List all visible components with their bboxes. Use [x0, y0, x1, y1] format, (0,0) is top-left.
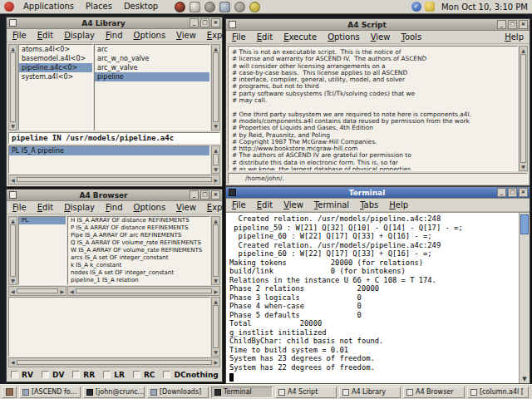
menu-view[interactable]: View — [176, 203, 196, 212]
terminal-output[interactable]: Created relation. /usr/models/pipeline.a… — [226, 213, 519, 383]
menu-options[interactable]: Options — [134, 203, 166, 212]
task-button-ascend[interactable]: [ASCEND fo... — [19, 387, 81, 398]
app-launcher-5-icon[interactable] — [234, 2, 245, 12]
minimize-button[interactable]: _ — [190, 18, 199, 27]
close-button[interactable]: × — [211, 190, 220, 200]
task-button-a4-browser[interactable]: A4 Browser — [403, 387, 465, 398]
close-button[interactable]: × — [519, 20, 528, 29]
menu-display[interactable]: Display — [64, 31, 95, 40]
list-item[interactable]: basemodel.a4l<0> — [19, 54, 92, 63]
list-item[interactable]: arc — [95, 45, 209, 54]
distro-menu-icon[interactable] — [4, 2, 14, 12]
minimize-button[interactable]: _ — [190, 190, 199, 200]
script-statement-line[interactable]: /home/john/. — [228, 173, 528, 184]
minimize-button[interactable]: _ — [497, 20, 506, 29]
task-button-john-crunch[interactable]: [john@crunc... — [83, 387, 145, 398]
menu-tools[interactable]: Tools — [401, 32, 421, 42]
script-titlebar[interactable]: A4 Script _ □ × — [226, 19, 530, 31]
checkbox-lr[interactable] — [103, 371, 111, 378]
app-launcher-1-icon[interactable] — [175, 2, 185, 12]
task-button-downloads[interactable]: [Downloads] — [147, 387, 209, 398]
menu-view[interactable]: View — [283, 200, 303, 209]
menu-file[interactable]: File — [232, 200, 246, 209]
menu-find[interactable]: Find — [106, 203, 123, 212]
list-item[interactable]: P IS_A ARRAY OF distance REFINEMENTS — [68, 224, 209, 232]
task-button-a4-library[interactable]: A4 Library — [339, 387, 401, 398]
list-item-selected[interactable]: PL — [19, 217, 66, 224]
child-list-scrollbar[interactable]: ▲▼ — [211, 216, 220, 285]
attribute-list[interactable] — [8, 297, 210, 357]
child-hscrollbar[interactable]: ◀▶ — [67, 286, 220, 296]
update-notifier-icon[interactable]: ✓ — [411, 2, 421, 12]
tree-hscrollbar[interactable]: ◀▶ — [8, 286, 66, 296]
menu-help[interactable]: Help — [505, 32, 524, 42]
app-launcher-2-icon[interactable] — [190, 2, 200, 12]
panel-menu-applications[interactable]: Applications — [18, 0, 79, 13]
close-button[interactable]: × — [211, 18, 220, 27]
terminal-titlebar[interactable]: Terminal _ □ × — [226, 187, 530, 199]
menu-help[interactable]: Help — [389, 200, 408, 209]
list-item[interactable]: Pipe IS_A ARRAY OF arc REFINEMENTS — [68, 232, 209, 239]
checkbox-dv[interactable] — [42, 371, 49, 378]
menu-file[interactable]: File — [232, 32, 246, 42]
menu-tabs[interactable]: Tabs — [360, 200, 378, 209]
list-item-selected[interactable]: pipeline.a4c<0> — [19, 63, 92, 72]
menu-edit[interactable]: Edit — [37, 203, 53, 212]
maximize-button[interactable]: □ — [200, 190, 209, 200]
terminal-scrollbar-thumb[interactable] — [520, 214, 529, 234]
list-item[interactable]: arc_w_valve — [95, 63, 209, 72]
attribute-scrollbar[interactable]: ▲▼ — [211, 297, 220, 357]
library-hscrollbar[interactable]: ◀▶ — [8, 175, 220, 185]
show-desktop-button[interactable] — [2, 387, 17, 398]
list-item[interactable]: k IS_A k_constant — [68, 262, 209, 269]
checkbox-rc[interactable] — [133, 371, 140, 378]
list-item[interactable]: Q IS_A ARRAY OF volume_rate REFINEMENTS — [68, 239, 209, 247]
checkbox-dc[interactable] — [163, 371, 170, 378]
menu-execute[interactable]: Execute — [283, 32, 317, 42]
list-item-selected[interactable]: pipeline — [95, 72, 209, 81]
app-launcher-3-icon[interactable] — [204, 2, 215, 12]
task-button-terminal[interactable]: Terminal — [211, 387, 273, 398]
list-item[interactable]: arcs IS_A set OF integer_constant — [68, 254, 209, 262]
menu-options[interactable]: Options — [328, 32, 360, 42]
app-launcher-6-icon[interactable] — [249, 2, 260, 12]
simulation-scrollbar[interactable]: ▲▼ — [211, 145, 220, 175]
menu-options[interactable]: Options — [134, 31, 166, 40]
menu-edit[interactable]: Edit — [257, 32, 273, 42]
scroll-down-icon[interactable]: ▼ — [520, 376, 530, 382]
menu-file[interactable]: File — [12, 203, 27, 212]
list-item[interactable]: W IS_A ARRAY OF volume_rate REFINEMENTS — [68, 247, 209, 254]
menu-display[interactable]: Display — [64, 203, 95, 212]
checkbox-rv[interactable] — [11, 371, 18, 378]
panel-clock[interactable]: Mon Oct 10, 3:10 PM — [441, 2, 528, 12]
panel-menu-places[interactable]: Places — [81, 0, 117, 13]
menu-edit[interactable]: Edit — [37, 31, 53, 40]
menu-file[interactable]: File — [12, 31, 27, 40]
menu-terminal[interactable]: Terminal — [314, 200, 349, 209]
alert-notifier-icon[interactable] — [425, 2, 435, 12]
list-item-selected[interactable]: PL IS_A pipeline — [9, 146, 209, 155]
menu-view[interactable]: View — [176, 31, 196, 40]
close-button[interactable]: × — [519, 188, 528, 197]
attribute-hscrollbar[interactable]: ◀▶ — [8, 357, 220, 367]
list-item[interactable]: atoms.a4l<0> — [19, 45, 92, 54]
checkbox-rr[interactable] — [72, 371, 80, 378]
list-item[interactable]: pipeline_1 IS_A relation — [68, 277, 209, 284]
menu-find[interactable]: Find — [106, 31, 123, 40]
minimize-button[interactable]: _ — [497, 188, 506, 197]
menu-view[interactable]: View — [371, 32, 391, 42]
terminal-screen[interactable]: Created relation. /usr/models/pipeline.a… — [226, 212, 530, 383]
task-button-column-a4l[interactable]: [column.a4l [ — [467, 387, 529, 398]
script-scrollbar[interactable]: ▲▼ — [519, 46, 528, 171]
terminal-scrollbar[interactable]: ▼ — [519, 213, 530, 383]
panel-menu-desktop[interactable]: Desktop — [119, 0, 163, 13]
task-button-a4-script[interactable]: A4 Script — [275, 387, 337, 398]
maximize-button[interactable]: □ — [508, 188, 517, 197]
list-item[interactable]: arc_w_no_valve — [95, 54, 209, 63]
list-item[interactable]: H IS_A ARRAY OF distance REFINEMENTS — [68, 217, 209, 224]
app-launcher-4-icon[interactable] — [219, 2, 230, 12]
list-item[interactable]: system.a4l<0> — [19, 72, 92, 81]
list-item[interactable]: nodes IS_A set OF integer_constant — [68, 269, 209, 277]
menu-edit[interactable]: Edit — [257, 200, 273, 209]
model-list-scrollbar[interactable]: ▲▼ — [211, 44, 220, 131]
